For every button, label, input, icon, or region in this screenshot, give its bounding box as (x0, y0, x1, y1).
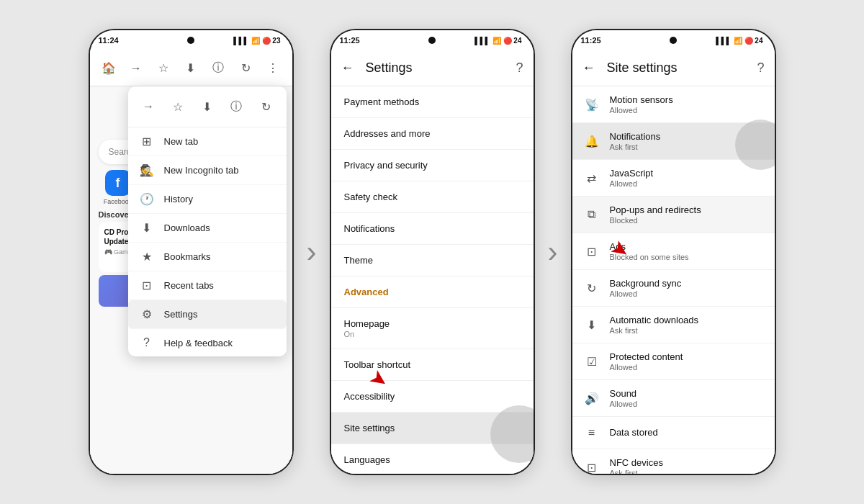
background-name: Background sync (610, 278, 763, 289)
phone-1: 11:24 ▌▌▌ 📶 🔴 23 🏠 → ☆ ⬇ ⓘ ↻ ⋮ (89, 29, 294, 475)
settings-advanced-label: Advanced (344, 287, 389, 297)
menu-item-new-tab[interactable]: ⊞ New tab (128, 127, 287, 156)
discover-label: Discover (99, 210, 132, 219)
menu-item-help[interactable]: ? Help & feedback (128, 329, 287, 356)
data-stored-name: Data stored (610, 427, 763, 438)
new-tab-label: New tab (164, 136, 199, 147)
settings-site-settings-label: Site settings (344, 423, 395, 433)
settings-back-button[interactable]: ← (341, 60, 354, 76)
settings-item-payment[interactable]: Payment methods (331, 86, 534, 118)
menu-item-settings[interactable]: ⚙ Settings (128, 300, 287, 329)
wifi-icon-3: 📶 (734, 37, 742, 45)
incognito-icon: 🕵 (140, 163, 154, 177)
site-item-popups[interactable]: ⧉ Pop-ups and redirects Blocked (572, 197, 775, 233)
site-item-auto-downloads[interactable]: ⬇ Automatic downloads Ask first (572, 307, 775, 343)
dropdown-menu: → ☆ ⬇ ⓘ ↻ ⊞ New tab 🕵 New Incognito tab … (128, 86, 287, 356)
site-settings-back-button[interactable]: ← (582, 60, 595, 76)
settings-item-advanced[interactable]: Advanced (331, 276, 534, 308)
nfc-icon: ⊡ (584, 459, 600, 474)
menu-item-incognito[interactable]: 🕵 New Incognito tab (128, 156, 287, 185)
settings-item-safety[interactable]: Safety check (331, 181, 534, 213)
javascript-name: JavaScript (610, 168, 763, 179)
settings-item-toolbar[interactable]: Toolbar shortcut (331, 349, 534, 381)
back-nav-icon[interactable]: → (125, 57, 148, 80)
site-item-ads[interactable]: ⊡ Ads Blocked on some sites (572, 233, 775, 270)
site-item-javascript[interactable]: ⇄ JavaScript Allowed (572, 160, 775, 197)
sound-icon: 🔊 (584, 390, 600, 406)
settings-privacy-label: Privacy and security (344, 160, 428, 171)
help-label: Help & feedback (164, 338, 233, 348)
motion-name: Motion sensors (610, 94, 763, 105)
protected-text: Protected content Allowed (610, 351, 763, 372)
menu-item-history[interactable]: 🕐 History (128, 185, 287, 214)
menu-info-icon[interactable]: ⓘ (223, 94, 249, 120)
settings-safety-label: Safety check (344, 192, 397, 202)
site-item-sound[interactable]: 🔊 Sound Allowed (572, 380, 775, 417)
help-icon: ? (140, 336, 154, 349)
settings-item-addresses[interactable]: Addresses and more (331, 118, 534, 150)
browser-content-2: ← Settings ? Payment methods Addresses a… (331, 50, 534, 474)
nfc-status: Ask first (610, 469, 763, 474)
history-icon: 🕐 (140, 192, 154, 206)
menu-item-recent-tabs[interactable]: ⊡ Recent tabs (128, 271, 287, 300)
settings-item-theme[interactable]: Theme (331, 245, 534, 276)
home-button[interactable]: 🏠 (97, 57, 120, 80)
site-item-protected[interactable]: ☑ Protected content Allowed (572, 343, 775, 380)
nfc-name: NFC devices (610, 457, 763, 468)
background-status: Allowed (610, 289, 763, 298)
javascript-text: JavaScript Allowed (610, 168, 763, 188)
settings-help-button[interactable]: ? (516, 60, 523, 76)
settings-payment-label: Payment methods (344, 96, 420, 107)
menu-refresh-icon[interactable]: ↻ (253, 94, 279, 120)
protected-status: Allowed (610, 363, 763, 372)
auto-downloads-icon: ⬇ (584, 317, 600, 333)
settings-item-privacy[interactable]: Privacy and security (331, 150, 534, 181)
camera-dot-2 (428, 37, 436, 44)
download-icon[interactable]: ⬇ (179, 57, 202, 80)
motion-icon: 📡 (584, 96, 600, 112)
ads-status: Blocked on some sites (610, 253, 763, 261)
menu-back-icon[interactable]: → (135, 94, 161, 120)
settings-menu-label: Settings (164, 309, 198, 320)
status-bar-1: 11:24 ▌▌▌ 📶 🔴 23 (90, 30, 292, 50)
menu-star-icon[interactable]: ☆ (165, 94, 191, 120)
signal-icon-2: ▌▌▌ (474, 37, 490, 45)
status-bar-3: 11:25 ▌▌▌ 📶 🔴 24 (572, 30, 775, 50)
site-settings-help-button[interactable]: ? (757, 60, 764, 76)
menu-download-icon[interactable]: ⬇ (194, 94, 220, 120)
auto-downloads-text: Automatic downloads Ask first (610, 315, 763, 335)
protected-name: Protected content (610, 351, 763, 362)
menu-item-bookmarks[interactable]: ★ Bookmarks (128, 243, 287, 271)
site-item-nfc[interactable]: ⊡ NFC devices Ask first (572, 449, 775, 474)
settings-item-notifications[interactable]: Notifications (331, 213, 534, 245)
site-item-background[interactable]: ↻ Background sync Allowed (572, 270, 775, 307)
javascript-icon: ⇄ (584, 170, 600, 186)
info-icon[interactable]: ⓘ (207, 57, 230, 80)
nav-arrow-1: › (307, 235, 317, 269)
status-icons-2: ▌▌▌ 📶 🔴 24 (474, 37, 521, 45)
settings-item-homepage[interactable]: Homepage On (331, 308, 534, 349)
background-text: Background sync Allowed (610, 278, 763, 298)
settings-item-accessibility[interactable]: Accessibility (331, 381, 534, 413)
browser-content-3: ← Site settings ? 📡 Motion sensors Allow… (572, 50, 775, 474)
site-item-motion[interactable]: 📡 Motion sensors Allowed (572, 86, 775, 123)
motion-text: Motion sensors Allowed (610, 94, 763, 114)
site-item-notifications[interactable]: 🔔 Notifications Ask first (572, 123, 775, 160)
site-item-data-stored[interactable]: ≡ Data stored (572, 417, 775, 449)
source-icon: 🎮 (104, 248, 112, 256)
menu-item-downloads[interactable]: ⬇ Downloads (128, 214, 287, 243)
refresh-icon[interactable]: ↻ (234, 57, 257, 80)
downloads-icon: ⬇ (140, 221, 154, 235)
settings-item-site-settings[interactable]: Site settings (331, 413, 534, 444)
phone-3: 11:25 ▌▌▌ 📶 🔴 24 ← Site settings ? 📡 Mot… (571, 29, 776, 475)
settings-menu-icon: ⚙ (140, 307, 154, 321)
signal-icon-3: ▌▌▌ (716, 37, 731, 45)
downloads-label: Downloads (164, 222, 210, 233)
phone1-background: 🏠 → ☆ ⬇ ⓘ ↻ ⋮ Search or type URL f (90, 50, 292, 474)
bookmarks-icon: ★ (140, 250, 154, 264)
star-icon[interactable]: ☆ (152, 57, 175, 80)
site-settings-list: 📡 Motion sensors Allowed 🔔 Notifications… (572, 86, 775, 474)
popups-text: Pop-ups and redirects Blocked (610, 204, 763, 225)
sound-text: Sound Allowed (610, 388, 763, 408)
more-menu-icon[interactable]: ⋮ (261, 57, 284, 80)
